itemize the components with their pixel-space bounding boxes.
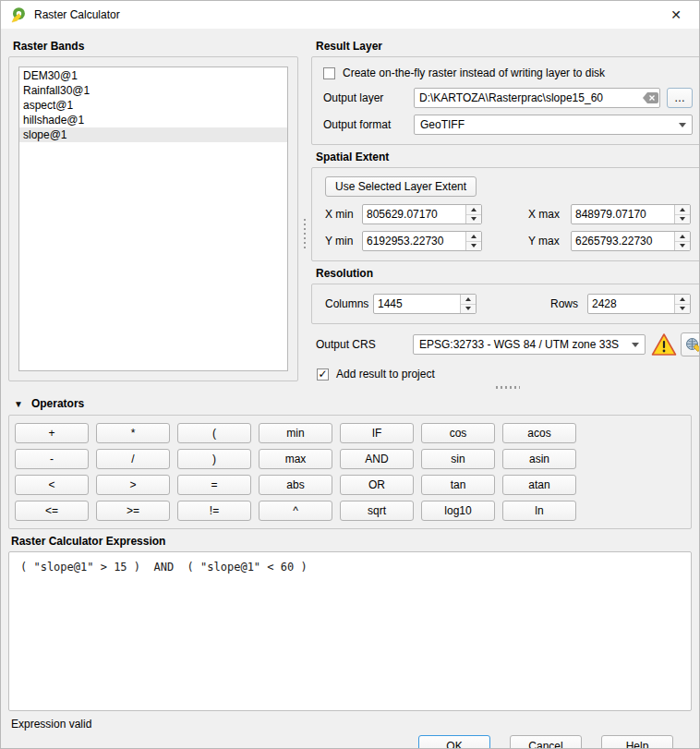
select-crs-button[interactable] xyxy=(681,332,700,356)
operator-button-open-paren[interactable]: ( xyxy=(177,423,251,443)
operator-button-greater-than[interactable]: > xyxy=(96,475,170,495)
output-format-select[interactable]: GeoTIFF xyxy=(414,115,693,135)
operator-button-equals[interactable]: = xyxy=(177,475,251,495)
status-text: Expression valid xyxy=(11,718,692,731)
button-box: OK Cancel Help xyxy=(8,731,692,749)
spin-up-button[interactable] xyxy=(466,232,481,242)
band-list-item[interactable]: aspect@1 xyxy=(19,98,287,113)
operator-button-plus[interactable]: + xyxy=(15,423,89,443)
operator-button-minus[interactable]: - xyxy=(15,449,89,469)
splitter-handle[interactable] xyxy=(496,386,520,389)
raster-bands-list: DEM30@1 Rainfall30@1 aspect@1 hillshade@… xyxy=(18,66,288,371)
output-layer-field[interactable] xyxy=(414,88,660,108)
qgis-logo-icon xyxy=(10,6,27,23)
band-list-item[interactable]: DEM30@1 xyxy=(19,68,287,83)
columns-input[interactable] xyxy=(374,295,460,313)
operator-button-and[interactable]: AND xyxy=(340,449,414,469)
title-bar: Raster Calculator ✕ xyxy=(1,1,699,29)
raster-calculator-dialog: Raster Calculator ✕ Raster Bands DEM30@1… xyxy=(0,0,700,749)
spatial-extent-heading: Spatial Extent xyxy=(316,151,700,163)
xmax-label: X max xyxy=(528,208,571,221)
spin-down-button[interactable] xyxy=(675,242,690,251)
ok-button[interactable]: OK xyxy=(418,735,490,749)
operator-button-divide[interactable]: / xyxy=(96,449,170,469)
operator-button-less-than[interactable]: < xyxy=(15,475,89,495)
warning-icon xyxy=(651,332,677,356)
spin-up-button[interactable] xyxy=(461,295,476,305)
spin-up-button[interactable] xyxy=(675,295,690,305)
spin-up-button[interactable] xyxy=(466,205,481,215)
operator-button-close-paren[interactable]: ) xyxy=(177,449,251,469)
operator-button-acos[interactable]: acos xyxy=(502,423,576,443)
spin-down-button[interactable] xyxy=(461,305,476,314)
resolution-frame: Columns Rows xyxy=(311,284,700,324)
operator-button-tan[interactable]: tan xyxy=(421,475,495,495)
spatial-extent-frame: Use Selected Layer Extent X min X max xyxy=(311,167,700,261)
operator-button-sin[interactable]: sin xyxy=(421,449,495,469)
rows-spinbox xyxy=(587,294,691,314)
use-selected-layer-extent-button[interactable]: Use Selected Layer Extent xyxy=(325,176,477,197)
operator-button-or[interactable]: OR xyxy=(340,475,414,495)
columns-label: Columns xyxy=(325,297,373,310)
operators-grid: + * ( min IF cos acos - / ) max AND sin … xyxy=(15,423,685,521)
xmin-input[interactable] xyxy=(363,205,465,223)
onfly-checkbox[interactable] xyxy=(323,67,335,79)
operator-button-asin[interactable]: asin xyxy=(502,449,576,469)
chevron-down-icon xyxy=(632,343,639,347)
globe-pencil-icon xyxy=(685,337,700,353)
chevron-down-icon xyxy=(679,123,686,127)
ymin-input[interactable] xyxy=(363,232,465,250)
browse-button[interactable]: … xyxy=(667,88,693,108)
help-button[interactable]: Help xyxy=(601,735,673,749)
operator-button-max[interactable]: max xyxy=(259,449,332,469)
operator-button-less-equal[interactable]: <= xyxy=(15,501,89,521)
band-list-item[interactable]: hillshade@1 xyxy=(19,113,287,127)
xmin-spinbox xyxy=(362,204,482,224)
operator-button-sqrt[interactable]: sqrt xyxy=(340,501,414,521)
expression-heading: Raster Calculator Expression xyxy=(11,535,687,548)
operators-heading: Operators xyxy=(31,397,84,410)
output-layer-input[interactable] xyxy=(415,89,641,107)
result-layer-frame: Create on-the-fly raster instead of writ… xyxy=(311,56,700,145)
cancel-button[interactable]: Cancel xyxy=(510,735,582,749)
operator-button-abs[interactable]: abs xyxy=(259,475,332,495)
band-list-item[interactable]: Rainfall30@1 xyxy=(19,83,287,98)
output-crs-value: EPSG:32733 - WGS 84 / UTM zone 33S xyxy=(419,338,626,351)
output-crs-select[interactable]: EPSG:32733 - WGS 84 / UTM zone 33S xyxy=(413,334,646,355)
spin-down-button[interactable] xyxy=(675,215,690,224)
xmin-label: X min xyxy=(325,208,362,221)
collapse-arrow-icon[interactable]: ▼ xyxy=(14,399,23,409)
spin-up-button[interactable] xyxy=(675,232,690,242)
operator-button-min[interactable]: min xyxy=(259,423,332,443)
operator-button-if[interactable]: IF xyxy=(340,423,414,443)
operator-button-power[interactable]: ^ xyxy=(259,501,332,521)
pane-splitter[interactable] xyxy=(298,34,311,389)
rows-input[interactable] xyxy=(588,295,674,313)
spin-down-button[interactable] xyxy=(675,305,690,314)
operator-button-cos[interactable]: cos xyxy=(421,423,495,443)
raster-bands-frame: DEM30@1 Rainfall30@1 aspect@1 hillshade@… xyxy=(8,56,298,381)
operators-header[interactable]: ▼ Operators xyxy=(14,397,692,410)
operator-button-multiply[interactable]: * xyxy=(96,423,170,443)
expression-textarea[interactable]: ( "slope@1" > 15 ) AND ( "slope@1" < 60 … xyxy=(8,551,692,711)
clear-text-icon[interactable] xyxy=(641,90,659,106)
close-icon[interactable]: ✕ xyxy=(662,3,690,27)
spin-down-button[interactable] xyxy=(466,215,481,224)
operator-button-not-equal[interactable]: != xyxy=(177,501,251,521)
ymin-spinbox xyxy=(362,231,482,251)
operators-frame: + * ( min IF cos acos - / ) max AND sin … xyxy=(8,415,692,529)
add-result-label: Add result to project xyxy=(336,368,435,381)
ymax-input[interactable] xyxy=(572,232,674,250)
spin-down-button[interactable] xyxy=(466,242,481,251)
operator-button-log10[interactable]: log10 xyxy=(421,501,495,521)
operator-button-ln[interactable]: ln xyxy=(502,501,576,521)
spin-up-button[interactable] xyxy=(675,205,690,215)
columns-spinbox xyxy=(373,294,477,314)
band-list-item-selected[interactable]: slope@1 xyxy=(19,127,287,142)
result-layer-heading: Result Layer xyxy=(316,40,700,53)
xmax-input[interactable] xyxy=(572,205,674,223)
operator-button-atan[interactable]: atan xyxy=(502,475,576,495)
operator-button-greater-equal[interactable]: >= xyxy=(96,501,170,521)
add-result-checkbox[interactable] xyxy=(317,368,329,381)
output-crs-label: Output CRS xyxy=(316,338,413,351)
